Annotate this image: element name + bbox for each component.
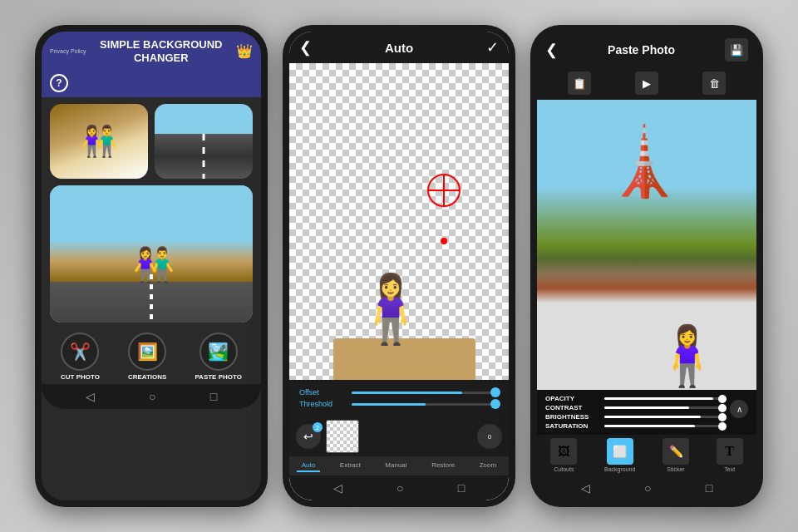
crosshair-vertical xyxy=(443,175,445,205)
tool-restore-label: Restore xyxy=(431,461,455,469)
paste-photo-label: PASTE PHOTO xyxy=(195,373,242,381)
phone3-title: Paste Photo xyxy=(608,43,675,57)
creations-button[interactable]: 🖼️ CREATIONS xyxy=(128,332,167,381)
collapse-button[interactable]: ∧ xyxy=(730,400,748,418)
phone3-nav-recents[interactable]: □ xyxy=(706,481,712,495)
text-icon: T xyxy=(717,438,743,465)
sticker-label: Sticker xyxy=(667,466,684,472)
saturation-label: SATURATION xyxy=(545,422,599,430)
phone-3: ❮ Paste Photo 💾 📋 ▶ 🗑 🗼 🧍‍♀️ OPACITY xyxy=(530,25,763,507)
phone2-nav-home[interactable]: ○ xyxy=(397,481,403,495)
tool-auto-label: Auto xyxy=(302,461,315,469)
app-title: SIMPLE BACKGROUND CHANGER xyxy=(86,38,236,64)
creations-icon: 🖼️ xyxy=(128,332,166,371)
action-buttons-row: ✂️ CUT PHOTO 🖼️ CREATIONS 🏞️ PASTE PHOTO xyxy=(42,326,261,384)
tool-tab-extract[interactable]: Extract xyxy=(335,460,366,472)
tool-tab-restore[interactable]: Restore xyxy=(426,460,460,472)
canvas-thumbnail[interactable] xyxy=(326,420,359,453)
phone1-nav-bar: ◁ ○ □ xyxy=(42,384,261,409)
tool-tab-auto[interactable]: Auto xyxy=(297,460,320,472)
tool-extract-label: Extract xyxy=(340,461,361,469)
cut-photo-icon: ✂️ xyxy=(61,332,99,371)
paste-photo-button[interactable]: 🏞️ PASTE PHOTO xyxy=(195,332,242,381)
opacity-slider[interactable] xyxy=(604,397,725,400)
composite-preview[interactable]: 👫 xyxy=(50,185,253,323)
phone3-toolbar: 📋 ▶ 🗑 xyxy=(537,68,756,100)
help-button[interactable]: ? xyxy=(50,74,68,92)
phone2-title: Auto xyxy=(385,41,413,55)
opacity-row: OPACITY xyxy=(545,395,725,402)
contrast-slider[interactable] xyxy=(604,406,725,409)
offset-thumb xyxy=(490,387,500,397)
cutouts-icon: 🖼 xyxy=(550,438,577,465)
mode-tab-cutouts[interactable]: 🖼 Cutouts xyxy=(550,438,577,472)
crosshair-circle xyxy=(427,174,461,207)
tool-zoom-label: Zoom xyxy=(480,461,496,469)
phones-container: Privacy Policy SIMPLE BACKGROUND CHANGER… xyxy=(27,17,771,515)
offset-fill xyxy=(352,392,462,394)
phone2-nav-bar: ◁ ○ □ xyxy=(289,475,509,500)
phone3-save-button[interactable]: 💾 xyxy=(725,38,748,62)
threshold-fill xyxy=(352,403,426,406)
threshold-slider[interactable] xyxy=(352,403,499,406)
phone2-screen: ❮ Auto ✓ 🧍‍♀️ Offset xyxy=(289,32,509,500)
mode-tab-sticker[interactable]: ✏️ Sticker xyxy=(663,438,689,472)
phone1-header: Privacy Policy SIMPLE BACKGROUND CHANGER… xyxy=(42,32,261,71)
opacity-thumb xyxy=(718,395,727,403)
phone2-nav-back[interactable]: ◁ xyxy=(333,481,342,495)
tool-tab-manual[interactable]: Manual xyxy=(380,460,411,472)
top-images-row xyxy=(42,97,261,182)
couple-thumbnail[interactable] xyxy=(50,104,148,179)
phone-1: Privacy Policy SIMPLE BACKGROUND CHANGER… xyxy=(35,25,268,507)
undo-count-badge: 2 xyxy=(313,422,323,432)
crosshair-dot xyxy=(441,238,447,244)
brightness-slider[interactable] xyxy=(604,416,725,418)
sliders-area: Offset Threshold xyxy=(289,380,509,416)
contrast-row: CONTRAST xyxy=(545,404,725,411)
contrast-label: CONTRAST xyxy=(545,404,599,411)
animation-button[interactable]: ▶ xyxy=(635,71,658,95)
offset-label: Offset xyxy=(299,388,345,397)
saturation-slider[interactable] xyxy=(604,425,725,427)
nav-recents-button[interactable]: □ xyxy=(210,390,217,403)
phone1-screen: Privacy Policy SIMPLE BACKGROUND CHANGER… xyxy=(42,32,261,500)
couple-figures-emoji: 👫 xyxy=(133,245,170,284)
phone3-nav-bar: ◁ ○ □ xyxy=(537,475,756,500)
copy-layer-button[interactable]: 📋 xyxy=(568,71,591,95)
road-thumbnail[interactable] xyxy=(155,104,253,179)
offset-slider[interactable] xyxy=(352,392,499,394)
saturation-fill xyxy=(604,425,695,427)
phone3-nav-back[interactable]: ◁ xyxy=(581,481,590,495)
paris-photo[interactable]: 🗼 🧍‍♀️ xyxy=(537,100,756,390)
phone3-back-button[interactable]: ❮ xyxy=(545,41,558,59)
crosshair-tool xyxy=(427,174,461,207)
delete-button[interactable]: 🗑 xyxy=(702,71,726,95)
canvas-person-figure: 🧍‍♀️ xyxy=(349,270,432,348)
privacy-policy-label: Privacy Policy xyxy=(50,47,86,55)
phone2-back-button[interactable]: ❮ xyxy=(299,38,312,57)
mode-tabs: 🖼 Cutouts ⬜ Background ✏️ Sticker T Text xyxy=(537,435,756,475)
phone2-confirm-button[interactable]: ✓ xyxy=(486,38,499,57)
offset-slider-row: Offset xyxy=(299,388,499,397)
brightness-row: BRIGHTNESS xyxy=(545,413,725,421)
background-label: Background xyxy=(604,466,635,472)
tool-tab-zoom[interactable]: Zoom xyxy=(475,460,501,472)
contrast-thumb xyxy=(718,404,727,412)
mode-tab-background[interactable]: ⬜ Background xyxy=(604,438,635,472)
cut-photo-button[interactable]: ✂️ CUT PHOTO xyxy=(61,332,100,381)
undo-button[interactable]: ↩ 2 xyxy=(296,424,321,449)
crown-icon: 👑 xyxy=(236,43,253,60)
threshold-label: Threshold xyxy=(299,400,345,408)
opacity-label: OPACITY xyxy=(545,395,599,402)
phone3-nav-home[interactable]: ○ xyxy=(644,481,651,495)
phone2-nav-recents[interactable]: □ xyxy=(458,481,465,495)
saturation-thumb xyxy=(718,422,727,431)
canvas-area[interactable]: 🧍‍♀️ xyxy=(289,63,509,380)
cut-photo-label: CUT PHOTO xyxy=(61,373,100,381)
saturation-row: SATURATION xyxy=(545,422,725,430)
nav-home-button[interactable]: ○ xyxy=(149,390,155,403)
eiffel-tower-image: 🗼 xyxy=(603,123,686,201)
phone1-help-bar: ? xyxy=(42,71,261,97)
nav-back-button[interactable]: ◁ xyxy=(86,390,95,403)
mode-tab-text[interactable]: T Text xyxy=(717,438,743,472)
